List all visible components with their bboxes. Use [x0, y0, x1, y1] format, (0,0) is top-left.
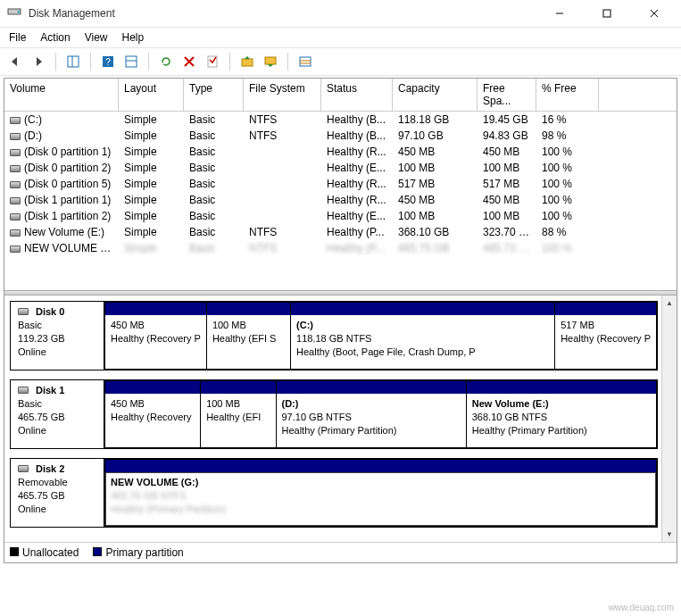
- window-title: Disk Management: [29, 7, 532, 20]
- show-hide-console-tree-icon[interactable]: [63, 52, 83, 71]
- scroll-up-icon[interactable]: ▲: [662, 296, 677, 311]
- partition[interactable]: 100 MBHealthy (EFI: [200, 380, 276, 448]
- svg-point-1: [18, 11, 21, 13]
- titlebar: Disk Management: [0, 0, 681, 27]
- menubar: File Action View Help: [0, 27, 681, 48]
- menu-action[interactable]: Action: [40, 31, 70, 44]
- scroll-down-icon[interactable]: ▼: [662, 527, 677, 542]
- col-fs[interactable]: File System: [244, 79, 321, 111]
- menu-file[interactable]: File: [9, 31, 26, 44]
- disk-icon: [10, 246, 21, 253]
- app-icon: [7, 4, 21, 21]
- disk-label[interactable]: Disk 2Removable465.75 GBOnline: [11, 459, 104, 527]
- volume-row[interactable]: (Disk 0 partition 5)SimpleBasicHealthy (…: [4, 176, 677, 192]
- svg-rect-3: [603, 10, 610, 17]
- disk-icon: [10, 133, 21, 140]
- col-filler: [599, 79, 677, 111]
- volume-row[interactable]: New Volume (E:)SimpleBasicNTFSHealthy (P…: [4, 224, 677, 240]
- forward-button[interactable]: [29, 52, 48, 71]
- minimize-button[interactable]: [539, 1, 579, 26]
- volume-row[interactable]: (Disk 1 partition 2)SimpleBasicHealthy (…: [4, 208, 677, 224]
- partition[interactable]: 450 MBHealthy (Recovery: [104, 380, 201, 448]
- volume-row[interactable]: (Disk 0 partition 1)SimpleBasicHealthy (…: [4, 144, 677, 160]
- col-free[interactable]: Free Spa...: [478, 79, 536, 111]
- vertical-scrollbar[interactable]: ▲ ▼: [661, 296, 677, 542]
- folder-up-icon[interactable]: [237, 52, 257, 71]
- close-button[interactable]: [634, 1, 674, 26]
- maximize-button[interactable]: [586, 1, 627, 26]
- svg-rect-17: [300, 57, 311, 66]
- volume-row[interactable]: (Disk 0 partition 2)SimpleBasicHealthy (…: [4, 160, 677, 176]
- volume-row[interactable]: (D:)SimpleBasicNTFSHealthy (B...97.10 GB…: [4, 128, 677, 144]
- disk-block: Disk 1Basic465.75 GBOnline450 MBHealthy …: [10, 379, 658, 449]
- volume-table: Volume Layout Type File System Status Ca…: [4, 79, 677, 290]
- properties-icon[interactable]: [203, 52, 222, 71]
- col-volume[interactable]: Volume: [4, 79, 119, 111]
- col-capacity[interactable]: Capacity: [393, 79, 478, 111]
- graphical-view: Disk 0Basic119.23 GBOnline450 MBHealthy …: [4, 296, 677, 542]
- volume-header: Volume Layout Type File System Status Ca…: [4, 79, 677, 112]
- settings-panel-icon[interactable]: [121, 52, 141, 71]
- col-status[interactable]: Status: [321, 79, 393, 111]
- disk-icon: [10, 149, 21, 156]
- svg-rect-10: [126, 56, 137, 67]
- disk-icon: [10, 181, 21, 188]
- partition[interactable]: (D:)97.10 GB NTFSHealthy (Primary Partit…: [276, 380, 467, 448]
- refresh-icon[interactable]: [156, 52, 176, 71]
- disk-icon: [10, 197, 21, 204]
- legend-primary: Primary partition: [93, 546, 183, 559]
- settings-bars-icon[interactable]: [295, 52, 315, 71]
- disk-icon: [18, 308, 29, 315]
- volume-row[interactable]: (Disk 1 partition 1)SimpleBasicHealthy (…: [4, 192, 677, 208]
- toolbar: ?: [0, 48, 681, 76]
- svg-rect-6: [68, 56, 79, 67]
- legend: Unallocated Primary partition: [4, 542, 677, 562]
- disk-icon: [18, 465, 29, 472]
- disk-icon: [18, 387, 29, 394]
- partition[interactable]: 450 MBHealthy (Recovery P: [104, 302, 207, 370]
- disk-icon: [10, 229, 21, 237]
- volume-row[interactable]: NEW VOLUME (G:)SimpleBasicNTFSHealthy (P…: [4, 240, 677, 256]
- volume-row[interactable]: (C:)SimpleBasicNTFSHealthy (B...118.18 G…: [4, 112, 677, 128]
- disk-label[interactable]: Disk 1Basic465.75 GBOnline: [11, 380, 104, 448]
- partition[interactable]: 100 MBHealthy (EFI S: [206, 302, 291, 370]
- back-button[interactable]: [5, 52, 25, 71]
- disk-block: Disk 0Basic119.23 GBOnline450 MBHealthy …: [10, 301, 658, 370]
- menu-view[interactable]: View: [85, 31, 108, 44]
- col-pct[interactable]: % Free: [536, 79, 599, 111]
- folder-down-icon[interactable]: [261, 52, 280, 71]
- delete-icon[interactable]: [179, 52, 199, 71]
- svg-text:?: ?: [105, 57, 111, 67]
- col-type[interactable]: Type: [184, 79, 244, 111]
- partition[interactable]: NEW VOLUME (G:)465.75 GB NTFSHealthy (Pr…: [104, 459, 657, 527]
- disk-icon: [10, 165, 21, 172]
- partition[interactable]: New Volume (E:)368.10 GB NTFSHealthy (Pr…: [466, 380, 657, 448]
- svg-rect-15: [242, 59, 253, 66]
- col-layout[interactable]: Layout: [119, 79, 184, 111]
- legend-unallocated: Unallocated: [10, 546, 79, 559]
- content-panel: Volume Layout Type File System Status Ca…: [4, 78, 677, 563]
- partition[interactable]: 517 MBHealthy (Recovery P: [554, 302, 657, 370]
- disk-icon: [10, 117, 21, 124]
- disk-block: Disk 2Removable465.75 GBOnlineNEW VOLUME…: [10, 458, 658, 528]
- partition[interactable]: (C:)118.18 GB NTFSHealthy (Boot, Page Fi…: [290, 302, 555, 370]
- disk-label[interactable]: Disk 0Basic119.23 GBOnline: [11, 302, 104, 370]
- help-icon[interactable]: ?: [98, 52, 118, 71]
- svg-rect-16: [265, 57, 276, 64]
- menu-help[interactable]: Help: [122, 31, 145, 44]
- disk-icon: [10, 213, 21, 221]
